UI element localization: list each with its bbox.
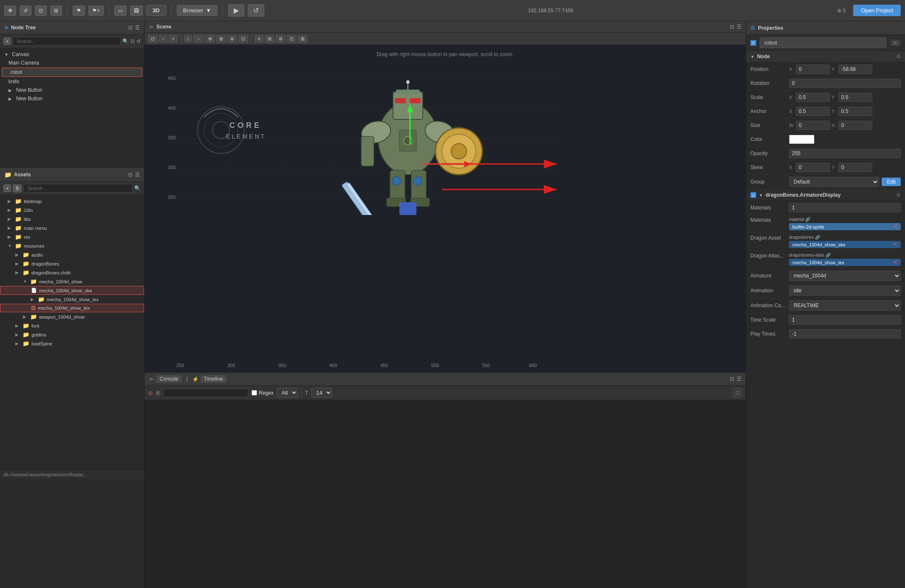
anchor-x-input[interactable] (796, 107, 830, 116)
tree-item-new-button-1[interactable]: ▶ New Button (0, 86, 144, 94)
console-copy-btn[interactable]: ⎘ (156, 390, 160, 396)
asset-goblins[interactable]: ▶ 📁 goblins (0, 330, 144, 339)
anchor-y-input[interactable] (838, 107, 872, 116)
add-asset-btn[interactable]: + (3, 184, 11, 192)
rect-btn[interactable]: ▭ (114, 6, 127, 16)
opacity-input[interactable] (789, 149, 901, 158)
scene-tool1[interactable]: ↕ (184, 35, 192, 42)
menu-icon[interactable]: ☰ (135, 25, 140, 31)
skew-y-input[interactable] (838, 163, 872, 172)
size-w-input[interactable] (796, 121, 830, 130)
armature-select[interactable]: mecha_1004d (789, 271, 901, 281)
assets-expand-icon[interactable]: ⊡ (128, 172, 133, 178)
animation-cache-select[interactable]: REALTIME (789, 300, 901, 311)
dragonbones-gear[interactable]: ⚙ (896, 192, 901, 198)
btn-flag[interactable]: ⚑ (73, 6, 85, 16)
asset-mecha-tex-file[interactable]: 🖼 mecha_1004d_show_tex (0, 304, 144, 312)
asset-libs[interactable]: ▶ 📁 libs (0, 215, 144, 223)
tree-item-main-camera[interactable]: Main Camera (0, 59, 144, 67)
scene-tool10[interactable]: ⊡ (287, 35, 297, 43)
console-filter-select[interactable]: All (277, 388, 298, 398)
animation-select[interactable]: idle (789, 286, 901, 296)
open-project-btn[interactable]: Open Project (853, 5, 901, 16)
console-menu-icon[interactable]: ☰ (737, 376, 741, 382)
3d-btn[interactable]: 3D (146, 5, 166, 16)
grid-btn[interactable]: ⊞ (50, 6, 62, 16)
asset-loadspine[interactable]: ▶ 📁 loadSpine (0, 339, 144, 348)
refresh-btn[interactable]: ↺ (20, 6, 31, 16)
node-section-header[interactable]: ▼ Node ⚙ (746, 51, 905, 62)
console-size-select[interactable]: 14 (311, 388, 332, 398)
tree-item-robot[interactable]: robot (2, 68, 142, 77)
entity-name-input[interactable] (760, 37, 886, 48)
group-edit-btn[interactable]: Edit (882, 178, 901, 186)
expand-icon[interactable]: ⊡ (128, 25, 133, 31)
rotation-input[interactable] (789, 79, 901, 88)
dragon-asset-chip[interactable]: mecha_1004d_show_ske ✕ (789, 241, 901, 248)
asset-resources[interactable]: ▼ 📁 resources (0, 241, 144, 250)
scene-tool9[interactable]: ⊛ (276, 35, 286, 43)
play-times-input[interactable] (789, 329, 901, 339)
regex-checkbox[interactable] (252, 390, 257, 396)
materials-count-input[interactable] (789, 203, 901, 212)
group-select[interactable]: Default (789, 177, 879, 187)
asset-mecha-ske[interactable]: 📄 mecha_1004d_show_ske (0, 286, 144, 295)
asset-mecha-show-folder[interactable]: ▼ 📁 mecha_1004d_show (0, 277, 144, 286)
btn-plus-flag[interactable]: ⚑+ (88, 6, 104, 16)
browser-btn[interactable]: Browser ▼ (177, 5, 218, 16)
position-x-input[interactable] (796, 65, 830, 74)
skew-x-input[interactable] (796, 163, 830, 172)
scene-zoom-fit[interactable]: ⊡ (148, 35, 158, 43)
scene-canvas[interactable]: Drag with right mouse button to pan view… (144, 45, 746, 372)
asset-tiledmap[interactable]: ▶ 📁 tiledmap (0, 197, 144, 206)
assets-search-btn[interactable]: 🔍 (134, 185, 141, 191)
console-collapse-btn[interactable]: □ (733, 388, 742, 397)
assets-search-input[interactable] (23, 184, 133, 192)
asset-weapon-show[interactable]: ▶ 📁 weapon_1004d_show (0, 312, 144, 321)
node-search-input[interactable] (13, 37, 121, 45)
search-btn[interactable]: 🔍 (122, 38, 129, 44)
asset-font[interactable]: ▶ 📁 font (0, 321, 144, 330)
asset-res[interactable]: ▶ 📁 res (0, 232, 144, 241)
refresh-node-btn[interactable]: ↺ (136, 38, 141, 44)
scale-x-input[interactable] (796, 93, 830, 102)
asset-mecha-tex-folder[interactable]: ▶ 📁 mecha_1004d_show_tex (0, 295, 144, 304)
scene-tool6[interactable]: ⊡ (238, 35, 248, 43)
entity-checkbox[interactable]: ✓ (750, 40, 756, 46)
asset-dragonbones[interactable]: ▶ 📁 dragonBones (0, 259, 144, 268)
scene-zoom-in[interactable]: + (169, 35, 177, 42)
tab-timeline[interactable]: Timeline (201, 375, 226, 383)
scene-tool5[interactable]: ⊛ (227, 35, 237, 43)
tree-item-new-button-2[interactable]: ▶ New Button (0, 94, 144, 103)
asset-main-menu[interactable]: ▶ 📁 main menu (0, 223, 144, 232)
scene-tool7[interactable]: ≡ (255, 35, 263, 42)
console-clear-btn[interactable]: ⊘ (148, 390, 153, 396)
sort-asset-btn[interactable]: ⇅ (13, 184, 22, 192)
move-tool-btn[interactable]: ✥ (4, 6, 16, 16)
scene-tool11[interactable]: ⊞ (298, 35, 308, 43)
scene-menu-icon[interactable]: ☰ (737, 24, 741, 30)
asset-audio[interactable]: ▶ 📁 audio (0, 250, 144, 259)
scene-tool3[interactable]: ⊕ (205, 35, 215, 43)
time-scale-input[interactable] (789, 315, 901, 325)
play-btn[interactable]: ▶ (228, 4, 244, 17)
scene-tool8[interactable]: ⊞ (265, 35, 274, 43)
dragon-atlas-chip-close[interactable]: ✕ (894, 260, 897, 265)
add-node-btn[interactable]: + (3, 37, 11, 45)
asset-i18n[interactable]: ▶ 📁 i18n (0, 206, 144, 215)
replay-btn[interactable]: ↺ (248, 4, 264, 17)
dragonbones-checkbox[interactable]: ✓ (750, 192, 756, 198)
scene-tool2[interactable]: ↔ (193, 35, 204, 42)
scene-zoom-out[interactable]: − (159, 35, 167, 42)
material-chip-builtin[interactable]: builtin-2d-sprite ✕ (789, 223, 901, 230)
tab-console[interactable]: Console (156, 375, 182, 383)
console-filter-input[interactable] (163, 389, 248, 397)
maximize-btn[interactable]: ⊡ (35, 6, 47, 16)
tree-item-knife[interactable]: knife (0, 77, 144, 86)
console-expand-icon[interactable]: ⊡ (730, 376, 734, 382)
material-chip-close[interactable]: ✕ (894, 224, 897, 229)
scene-tool4[interactable]: ⊞ (216, 35, 226, 43)
filter-btn[interactable]: ⊡ (130, 38, 135, 44)
position-y-input[interactable] (838, 65, 872, 74)
assets-menu-icon[interactable]: ☰ (135, 172, 140, 178)
